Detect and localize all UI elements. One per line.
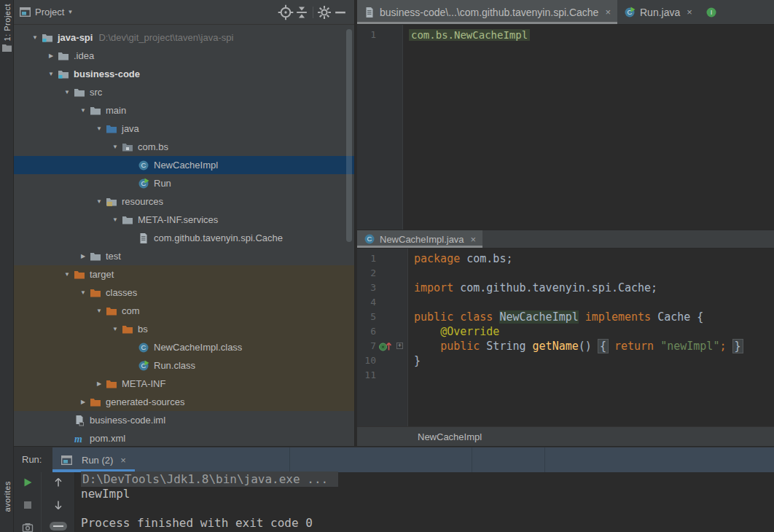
tree-item-run-class[interactable]: CRun.class (14, 356, 354, 375)
fold-expand-icon[interactable]: + (396, 343, 403, 349)
folder-module-icon (42, 32, 53, 44)
hide-panel-icon[interactable] (332, 4, 348, 20)
chevron-right-icon[interactable]: ▶ (44, 52, 58, 59)
gutter: 1 (357, 251, 408, 266)
gutter-icons (376, 324, 408, 339)
run-panel-header: Run: Run (2) × (14, 446, 774, 472)
chevron-down-icon[interactable]: ▼ (109, 144, 122, 150)
stop-icon[interactable] (22, 499, 34, 511)
camera-icon[interactable] (22, 522, 34, 532)
tree-item-com[interactable]: ▼com (14, 302, 354, 320)
svg-text:C: C (141, 343, 146, 351)
tree-item-run[interactable]: CRun (14, 174, 354, 192)
class-run-icon: C (624, 7, 636, 18)
tree-item-meta-inf-services[interactable]: ▼META-INF.services (14, 211, 354, 229)
console-line[interactable]: D:\DevTools\Jdk1.8\bin\java.exe ... (75, 472, 774, 487)
chevron-down-icon[interactable]: ▼ (109, 326, 122, 332)
chevron-right-icon[interactable]: ▶ (77, 399, 90, 405)
tree-item-bs[interactable]: ▼bs (14, 320, 354, 338)
file-text-icon (138, 232, 149, 244)
chevron-down-icon[interactable]: ▼ (93, 308, 106, 314)
tree-item-target[interactable]: ▼target (14, 265, 354, 283)
override-gutter-icon[interactable] (378, 340, 393, 352)
tree-item-generated-sources[interactable]: ▶generated-sources (14, 393, 354, 411)
tree-item-business-code-iml[interactable]: business-code.iml (14, 411, 354, 429)
tree-item-meta-inf[interactable]: ▶META-INF (14, 375, 354, 393)
locate-icon[interactable] (278, 4, 294, 20)
folder-orange-icon (106, 378, 117, 390)
token: import (414, 281, 460, 294)
tree-item-java-spi[interactable]: ▼java-spiD:\dev\git_project\taven\java-s… (14, 28, 354, 47)
iml-icon (74, 415, 85, 426)
chevron-down-icon[interactable]: ▼ (93, 198, 106, 205)
tree-item-idea[interactable]: ▶.idea (14, 47, 354, 65)
close-icon[interactable]: × (120, 455, 126, 466)
chevron-right-icon[interactable]: ▶ (93, 380, 106, 387)
tree-item-src[interactable]: ▼src (14, 83, 354, 101)
favorites-tool-button[interactable]: avorites (0, 481, 14, 512)
tree-item-pom-xml[interactable]: mpom.xml (14, 429, 354, 445)
tree-item-label: com.bs (138, 141, 168, 152)
chevron-down-icon[interactable]: ▼ (44, 71, 58, 77)
tree-item-java[interactable]: ▼java (14, 120, 354, 138)
collapse-console-icon[interactable] (50, 522, 67, 531)
code-line: 5public class NewCacheImpl implements Ca… (357, 310, 774, 324)
tab-run-java[interactable]: CRun.java× (617, 0, 699, 24)
folder-orange-icon (90, 396, 101, 408)
tool-window-stripe: 1: Project avorites (0, 0, 14, 532)
collapse-all-icon[interactable] (294, 4, 310, 20)
arrow-down-icon[interactable] (52, 499, 64, 511)
chevron-down-icon[interactable]: ▼ (109, 216, 122, 223)
code-line: 11 (357, 368, 774, 383)
line-number: 10 (357, 353, 376, 368)
chevron-down-icon[interactable]: ▼ (60, 271, 74, 278)
tree-item-newcacheimpl-class[interactable]: CNewCacheImpl.class (14, 338, 354, 356)
run-window-icon (61, 455, 72, 465)
close-icon[interactable]: × (605, 7, 611, 17)
tree-item-label: .idea (74, 50, 94, 61)
project-tool-button[interactable]: 1: Project (0, 4, 14, 52)
chevron-down-icon[interactable]: ▼ (93, 125, 106, 132)
code-text: } (408, 353, 421, 368)
console-line: Process finished with exit code 0 (75, 516, 774, 531)
run-tab[interactable]: Run (2) × (52, 447, 135, 472)
chevron-down-icon[interactable]: ▼ (77, 289, 90, 296)
folder-orange-icon (106, 305, 117, 317)
tree-item-newcacheimpl[interactable]: CNewCacheImpl (14, 156, 354, 174)
editor-newcacheimpl[interactable]: 1package com.bs;23import com.github.tave… (357, 249, 774, 426)
tree-scrollbar-thumb[interactable] (346, 29, 352, 242)
close-icon[interactable]: × (687, 7, 692, 17)
chevron-down-icon[interactable]: ▼ (67, 9, 73, 15)
breadcrumb: NewCacheImpl (357, 426, 774, 446)
tab-blank[interactable]: I (699, 0, 724, 24)
arrow-up-icon[interactable] (52, 477, 64, 488)
editor-cache-file[interactable]: 1com.bs.NewCacheImpl (357, 25, 774, 230)
tree-item-main[interactable]: ▼main (14, 101, 354, 120)
tree-item-com-bs[interactable]: ▼com.bs (14, 138, 354, 156)
tab-business-code-com-github-tavenyin-spi-cache[interactable]: business-code\...\com.github.tavenyin.sp… (357, 0, 617, 24)
project-panel-title[interactable]: Project (35, 7, 64, 17)
rerun-icon[interactable] (22, 477, 34, 488)
tree-item-classes[interactable]: ▼classes (14, 283, 354, 302)
close-icon[interactable]: × (471, 234, 477, 245)
run-header-highlight: Run (2) × (52, 447, 774, 472)
gutter-icons (376, 28, 403, 42)
class-run-icon: C (138, 360, 149, 372)
chevron-down-icon[interactable]: ▼ (28, 34, 42, 41)
tree-item-business-code[interactable]: ▼business-code (14, 65, 354, 83)
tree-item-com-github-tavenyin-spi-cache[interactable]: com.github.tavenyin.spi.Cache (14, 229, 354, 247)
settings-gear-icon[interactable] (316, 4, 332, 20)
tab-newcacheimpl-java[interactable]: CNewCacheImpl.java× (357, 230, 482, 248)
gutter: 5 (357, 310, 408, 324)
line-number: 7 (357, 339, 376, 353)
chevron-right-icon[interactable]: ▶ (77, 253, 90, 259)
folder-icon (90, 105, 101, 117)
tab-label: Run.java (640, 7, 680, 18)
tree-item-test[interactable]: ▶test (14, 247, 354, 265)
chevron-down-icon[interactable]: ▼ (60, 89, 74, 95)
token: package (414, 252, 466, 265)
chevron-down-icon[interactable]: ▼ (77, 107, 90, 114)
gutter: 11 (357, 368, 408, 383)
tree-item-resources[interactable]: ▼resources (14, 192, 354, 211)
breadcrumb-item[interactable]: NewCacheImpl (418, 431, 482, 442)
